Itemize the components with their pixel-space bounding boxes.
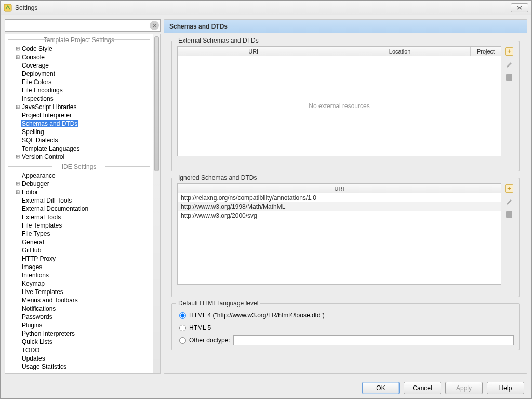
tree-item[interactable]: ·Live Templates bbox=[5, 288, 153, 296]
tree-item-label: Code Style bbox=[21, 45, 54, 52]
tree-item[interactable]: ⊞JavaScript Libraries bbox=[5, 103, 153, 111]
tree-scrollbar[interactable] bbox=[153, 34, 160, 373]
tree-item[interactable]: ·Intentions bbox=[5, 271, 153, 280]
tree-item[interactable]: ·SQL Dialects bbox=[5, 136, 153, 144]
col-project[interactable]: Project bbox=[471, 47, 501, 56]
ignored-add-button[interactable]: + bbox=[505, 184, 513, 193]
tree-item[interactable]: ·Quick Lists bbox=[5, 338, 153, 346]
tree-item-label: GitHub bbox=[21, 247, 42, 254]
col-uri[interactable]: URI bbox=[178, 47, 329, 56]
tree-item-label: Passwords bbox=[21, 313, 54, 321]
tree-item-label: TODO bbox=[21, 347, 41, 354]
tree-item-label: Appearance bbox=[21, 172, 57, 179]
tree-item-label: Usage Statistics bbox=[21, 363, 68, 370]
tree-item-label: File Encodings bbox=[21, 87, 64, 94]
tree-item[interactable]: ·Deployment bbox=[5, 70, 153, 78]
ignored-remove-button[interactable] bbox=[506, 211, 512, 218]
tree-item[interactable]: ·HTTP Proxy bbox=[5, 255, 153, 263]
expand-icon[interactable]: ⊞ bbox=[15, 55, 21, 60]
apply-button[interactable]: Apply bbox=[445, 382, 483, 394]
tree-item[interactable]: ·File Types bbox=[5, 230, 153, 238]
tree-item[interactable]: ⊞Code Style bbox=[5, 45, 153, 53]
tree-item[interactable]: ·Menus and Toolbars bbox=[5, 296, 153, 304]
ignored-edit-button[interactable] bbox=[505, 198, 513, 206]
external-edit-button[interactable] bbox=[505, 61, 513, 69]
tree-item-label: Version Control bbox=[21, 153, 65, 161]
tree-item[interactable]: ·GitHub bbox=[5, 246, 153, 255]
window-close-button[interactable] bbox=[511, 3, 528, 12]
tree-item[interactable]: ·Passwords bbox=[5, 313, 153, 321]
tree-item[interactable]: ·General bbox=[5, 238, 153, 246]
default-language-level-legend: Default HTML language level bbox=[176, 300, 260, 307]
tree-item[interactable]: ·TODO bbox=[5, 346, 153, 354]
tree-section-header: Template Project Settings bbox=[5, 34, 153, 45]
ignored-row[interactable]: http://www.w3.org/2000/svg bbox=[178, 211, 501, 220]
external-add-button[interactable]: + bbox=[505, 47, 513, 56]
ignored-schemas-table[interactable]: URI http://relaxng.org/ns/compatibility/… bbox=[177, 183, 501, 285]
ok-button[interactable]: OK bbox=[362, 382, 400, 394]
settings-window: Settings ✕ Template Project Settings⊞Cod… bbox=[0, 0, 532, 399]
tree-item[interactable]: ·File Colors bbox=[5, 78, 153, 86]
right-pane: Schemas and DTDs External Schemas and DT… bbox=[164, 19, 527, 374]
expand-icon[interactable]: ⊞ bbox=[15, 46, 21, 51]
tree-item-label: Spelling bbox=[21, 128, 45, 136]
tree-item-label: Project Interpreter bbox=[21, 112, 73, 119]
settings-tree[interactable]: Template Project Settings⊞Code Style⊞Con… bbox=[5, 34, 153, 373]
other-doctype-radio[interactable] bbox=[179, 337, 186, 344]
html4-radio[interactable] bbox=[179, 312, 186, 319]
html5-radio[interactable] bbox=[179, 325, 186, 331]
tree-item[interactable]: ·External Diff Tools bbox=[5, 196, 153, 205]
tree-item[interactable]: ·Project Interpreter bbox=[5, 111, 153, 119]
tree-item[interactable]: ·Python Interpreters bbox=[5, 329, 153, 338]
help-button[interactable]: Help bbox=[487, 382, 524, 394]
expand-icon[interactable]: ⊞ bbox=[15, 190, 21, 195]
html4-label: HTML 4 ("http://www.w3.org/TR/html4/loos… bbox=[189, 312, 325, 319]
tree-item-label: Coverage bbox=[21, 62, 50, 69]
col-ignored-uri[interactable]: URI bbox=[178, 184, 501, 193]
ignored-row[interactable]: http://www.w3.org/1998/Math/MathML bbox=[178, 202, 501, 211]
tree-item[interactable]: ·Images bbox=[5, 263, 153, 271]
search-clear-button[interactable]: ✕ bbox=[150, 21, 159, 30]
app-icon bbox=[4, 4, 12, 12]
tree-item[interactable]: ⊞Debugger bbox=[5, 180, 153, 188]
col-location[interactable]: Location bbox=[329, 47, 471, 56]
tree-item[interactable]: ·Spelling bbox=[5, 128, 153, 136]
other-doctype-input[interactable] bbox=[233, 335, 514, 345]
external-remove-button[interactable] bbox=[506, 74, 512, 81]
tree-item[interactable]: ·Coverage bbox=[5, 61, 153, 70]
tree-item-label: SQL Dialects bbox=[21, 137, 59, 144]
dialog-footer: OK Cancel Apply Help bbox=[1, 378, 531, 398]
tree-item[interactable]: ·Plugins bbox=[5, 321, 153, 329]
tree-item[interactable]: ·External Tools bbox=[5, 213, 153, 221]
tree-item-label: File Templates bbox=[21, 222, 63, 229]
tree-item[interactable]: ·Notifications bbox=[5, 304, 153, 313]
search-input[interactable] bbox=[5, 19, 161, 32]
tree-item[interactable]: ·Usage Statistics bbox=[5, 363, 153, 371]
tree-item-label: Images bbox=[21, 263, 43, 271]
tree-item[interactable]: ⊞Version Control bbox=[5, 153, 153, 161]
ignored-schemas-legend: Ignored Schemas and DTDs bbox=[176, 174, 259, 181]
tree-item[interactable]: ·Appearance bbox=[5, 171, 153, 180]
expand-icon[interactable]: ⊞ bbox=[15, 104, 21, 110]
external-schemas-table[interactable]: URI Location Project No external resourc… bbox=[177, 46, 501, 156]
tree-item[interactable]: ·Updates bbox=[5, 354, 153, 363]
tree-item[interactable]: ·Inspections bbox=[5, 95, 153, 103]
external-empty-text: No external resources bbox=[178, 56, 501, 156]
tree-item[interactable]: ·Schemas and DTDs bbox=[5, 119, 153, 128]
tree-item-label: File Types bbox=[21, 230, 51, 237]
tree-item[interactable]: ·File Templates bbox=[5, 221, 153, 230]
tree-item[interactable]: ⊞Editor bbox=[5, 188, 153, 196]
tree-item[interactable]: ⊞Console bbox=[5, 53, 153, 61]
expand-icon[interactable]: ⊞ bbox=[15, 154, 21, 159]
expand-icon[interactable]: ⊞ bbox=[15, 181, 21, 187]
tree-item[interactable]: ·File Encodings bbox=[5, 86, 153, 95]
cancel-button[interactable]: Cancel bbox=[404, 382, 441, 394]
tree-item[interactable]: ·Keymap bbox=[5, 280, 153, 288]
tree-item-label: Inspections bbox=[21, 95, 55, 102]
ignored-row[interactable]: http://relaxng.org/ns/compatibility/anno… bbox=[178, 193, 501, 202]
tree-item[interactable]: ·Template Languages bbox=[5, 144, 153, 153]
tree-item-label: Menus and Toolbars bbox=[21, 297, 79, 304]
window-title: Settings bbox=[15, 4, 37, 11]
tree-item[interactable]: ·External Documentation bbox=[5, 205, 153, 213]
tree-item-label: Debugger bbox=[21, 180, 50, 188]
